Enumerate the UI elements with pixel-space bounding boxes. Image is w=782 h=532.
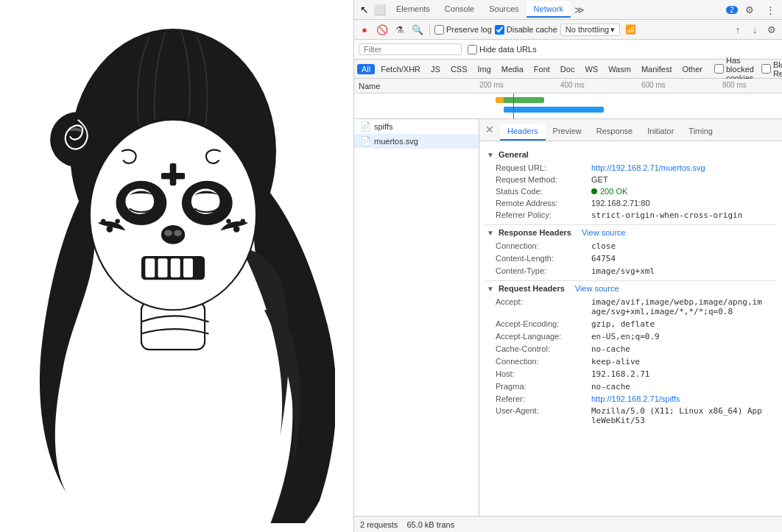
type-btn-other[interactable]: Other [677, 64, 707, 74]
more-tabs-btn[interactable]: ≫ [571, 1, 588, 18]
upload-btn[interactable]: ↑ [730, 22, 745, 37]
req-connection-row: Connection: keep-alive [485, 355, 776, 368]
request-method-key: Request Method: [496, 175, 591, 184]
connection-key: Connection: [496, 241, 591, 251]
blocked-requests-label[interactable]: Blocked Requests [761, 60, 782, 78]
svg-point-19 [101, 219, 105, 223]
devtools-panel: ↖ ⬜ Elements Console Sources Network ≫ 2… [353, 0, 782, 532]
device-icon[interactable]: ⬜ [373, 4, 386, 15]
pragma-row: Pragma: no-cache [485, 380, 776, 393]
search-btn[interactable]: 🔍 [410, 22, 425, 37]
disable-cache-text: Disable cache [507, 25, 557, 34]
timeline-chart [354, 93, 782, 119]
tab-console[interactable]: Console [437, 1, 482, 18]
type-btn-img[interactable]: Img [473, 64, 496, 74]
devtools-settings-btn[interactable]: ⚙ [741, 1, 758, 18]
content-type-val: image/svg+xml [591, 266, 655, 276]
response-headers-title: Response Headers [499, 228, 571, 237]
response-headers-arrow-icon: ▼ [487, 229, 494, 237]
type-btn-doc[interactable]: Doc [556, 64, 580, 74]
wifi-icon[interactable]: 📶 [623, 22, 638, 37]
file-name-spiffs: spiffs [374, 122, 392, 131]
response-view-source-link[interactable]: View source [582, 228, 626, 237]
settings2-btn[interactable]: ⚙ [764, 22, 779, 37]
detail-close-btn[interactable]: ✕ [482, 122, 497, 137]
preserve-log-text: Preserve log [446, 25, 492, 34]
tl-label-4: 800 ms [722, 81, 747, 89]
request-url-row: Request URL: http://192.168.2.71/muertos… [485, 162, 776, 174]
general-section-header[interactable]: ▼ General [485, 147, 776, 162]
filter-btn[interactable]: ⚗ [392, 22, 407, 37]
referrer-policy-val: strict-origin-when-cross-origin [591, 210, 742, 220]
host-row: Host: 192.168.2.71 [485, 368, 776, 380]
type-btn-css[interactable]: CSS [446, 64, 472, 74]
type-btn-ws[interactable]: WS [580, 64, 602, 74]
file-item-spiffs[interactable]: 📄 spiffs [354, 119, 479, 134]
detail-tab-initiator[interactable]: Initiator [640, 124, 681, 141]
svg-point-21 [233, 226, 239, 233]
accept-language-key: Accept-Language: [496, 332, 591, 341]
host-key: Host: [496, 369, 591, 379]
req-connection-val: keep-alive [591, 357, 640, 366]
chevron-down-icon: ▾ [610, 25, 615, 35]
svg-point-20 [115, 219, 119, 223]
record-btn[interactable]: ● [357, 22, 372, 37]
tab-elements[interactable]: Elements [389, 1, 437, 18]
blocked-requests-text: Blocked Requests [773, 60, 782, 78]
content-length-val: 64754 [591, 254, 616, 263]
referrer-policy-row: Referrer Policy: strict-origin-when-cros… [485, 209, 776, 221]
hide-data-urls-label[interactable]: Hide data URLs [468, 45, 537, 54]
type-btn-fetch[interactable]: Fetch/XHR [376, 64, 425, 74]
type-btn-media[interactable]: Media [497, 64, 528, 74]
status-bar: 2 requests 65.0 kB trans [354, 516, 782, 532]
preserve-log-checkbox[interactable] [434, 25, 444, 35]
status-code-row: Status Code: 200 OK [485, 185, 776, 197]
download-btn[interactable]: ↓ [747, 22, 762, 37]
detail-tab-response[interactable]: Response [589, 124, 641, 141]
cursor-icon[interactable]: ↖ [360, 4, 369, 15]
detail-tab-timing[interactable]: Timing [681, 124, 720, 141]
disable-cache-label[interactable]: Disable cache [495, 25, 557, 35]
request-headers-title: Request Headers [499, 284, 565, 293]
type-btn-manifest[interactable]: Manifest [637, 64, 677, 74]
svg-point-22 [240, 219, 244, 223]
accept-encoding-val: gzip, deflate [591, 319, 655, 329]
request-headers-section[interactable]: ▼ Request Headers View source [485, 280, 776, 296]
type-btn-wasm[interactable]: Wasm [604, 64, 635, 74]
blocked-requests-checkbox[interactable] [761, 64, 771, 74]
timeline-name-col-header: Name [354, 82, 479, 91]
accept-encoding-row: Accept-Encoding: gzip, deflate [485, 318, 776, 330]
tab-sources[interactable]: Sources [482, 1, 526, 18]
detail-tab-preview[interactable]: Preview [546, 124, 589, 141]
remote-address-key: Remote Address: [496, 199, 591, 208]
preserve-log-label[interactable]: Preserve log [434, 25, 492, 35]
type-btn-all[interactable]: All [357, 64, 375, 74]
detail-tab-headers[interactable]: Headers [500, 124, 546, 141]
svg-rect-14 [145, 258, 155, 277]
request-view-source-link[interactable]: View source [575, 284, 619, 293]
response-headers-section[interactable]: ▼ Response Headers View source [485, 224, 776, 240]
blocked-cookies-checkbox[interactable] [714, 64, 724, 74]
hide-data-urls-checkbox[interactable] [468, 45, 477, 54]
disable-cache-checkbox[interactable] [495, 25, 504, 35]
detail-content: ▼ General Request URL: http://192.168.2.… [479, 141, 782, 433]
general-section-title: General [499, 150, 529, 159]
type-btn-js[interactable]: JS [426, 64, 445, 74]
devtools-more-btn[interactable]: ⋮ [761, 1, 779, 18]
detail-panel: ✕ Headers Preview Response Initiator Tim… [479, 119, 782, 516]
accept-val: image/avif,image/webp,image/apng,image/s… [591, 297, 766, 316]
referer-val[interactable]: http://192.168.2.71/spiffs [591, 394, 680, 403]
svg-rect-16 [170, 258, 180, 277]
tab-network[interactable]: Network [526, 1, 571, 18]
accept-encoding-key: Accept-Encoding: [496, 319, 591, 329]
timeline-chart-left [354, 93, 479, 118]
cache-control-val: no-cache [591, 344, 630, 354]
file-item-muertos[interactable]: 📄 muertos.svg [354, 134, 479, 149]
filter-input[interactable] [359, 43, 462, 55]
no-throttling-btn[interactable]: No throttling ▾ [560, 24, 620, 36]
request-url-val[interactable]: http://192.168.2.71/muertos.svg [591, 163, 705, 172]
svg-point-9 [164, 230, 172, 236]
stop-btn[interactable]: 🚫 [375, 22, 390, 37]
type-btn-font[interactable]: Font [529, 64, 554, 74]
referer-row: Referer: http://192.168.2.71/spiffs [485, 393, 776, 405]
